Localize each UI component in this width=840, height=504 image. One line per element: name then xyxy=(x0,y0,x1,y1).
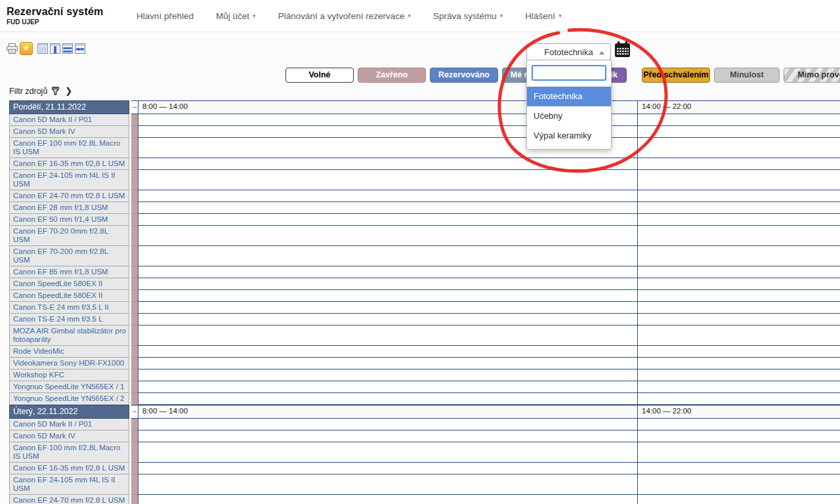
view-rows-icon[interactable] xyxy=(62,43,73,54)
resource-link[interactable]: Yongnuo SpeedLite YN565EX / 1 xyxy=(9,381,129,393)
category-search-input[interactable] xyxy=(532,65,606,81)
time-slot[interactable] xyxy=(138,266,637,278)
time-slot[interactable] xyxy=(138,381,637,393)
resource-link[interactable]: Rode VideoMic xyxy=(9,346,129,358)
dropdown-option[interactable]: Fototechnika xyxy=(527,87,611,106)
time-slot[interactable] xyxy=(637,170,840,190)
time-slot[interactable] xyxy=(138,190,637,202)
time-slot[interactable] xyxy=(138,442,637,463)
favorites-star-icon[interactable]: ★ xyxy=(20,42,33,55)
view-condensed-icon[interactable] xyxy=(75,43,85,54)
time-slot[interactable] xyxy=(637,158,840,170)
resource-link[interactable]: Canon EF 28 mm f/1,8 USM xyxy=(9,202,129,214)
time-slot[interactable] xyxy=(637,214,840,226)
resource-link[interactable]: Canon 5D Mark IV xyxy=(9,430,129,442)
time-slot[interactable] xyxy=(138,202,637,214)
time-slot[interactable] xyxy=(637,381,840,393)
resource-link[interactable]: Canon 5D Mark II / P01 xyxy=(9,114,129,126)
time-slot[interactable] xyxy=(637,290,840,302)
time-slot[interactable] xyxy=(637,326,840,346)
time-slot[interactable] xyxy=(637,346,840,358)
time-slot[interactable] xyxy=(637,393,840,405)
time-slot[interactable] xyxy=(637,226,840,246)
resource-link[interactable]: Canon EF 85 mm f/1,8 USM xyxy=(9,266,129,278)
time-slot[interactable] xyxy=(138,463,637,474)
resource-link[interactable]: Canon SpeedLite 580EX II xyxy=(9,278,129,290)
collapse-toggle[interactable]: – xyxy=(131,100,138,114)
print-icon[interactable] xyxy=(7,43,18,54)
time-slot[interactable] xyxy=(138,358,637,369)
resource-link[interactable]: Canon EF 16-35 mm f/2,8 L USM xyxy=(9,463,129,474)
time-slot[interactable] xyxy=(138,278,637,290)
time-slot[interactable] xyxy=(637,419,840,430)
time-slot[interactable] xyxy=(138,246,637,266)
resource-link[interactable]: Canon EF 100 mm f/2.8L Macro IS USM xyxy=(9,138,129,158)
resource-link[interactable]: Canon 5D Mark II / P01 xyxy=(9,419,129,430)
resource-link[interactable]: Canon EF 50 mm f/1,4 USM xyxy=(9,214,129,226)
resource-link[interactable]: Canon TS-E 24 mm f/3,5 L II xyxy=(9,302,129,314)
time-slot[interactable] xyxy=(138,369,637,381)
time-slot[interactable] xyxy=(138,419,637,430)
calendar-icon[interactable] xyxy=(614,41,631,58)
time-slot[interactable] xyxy=(138,214,637,226)
time-slot[interactable] xyxy=(138,170,637,190)
time-slot[interactable] xyxy=(138,326,637,346)
resource-link[interactable]: MOZA AIR Gimbal stabilizátor pro fotoapa… xyxy=(9,326,129,346)
view-column-icon[interactable] xyxy=(50,43,60,54)
time-slot[interactable] xyxy=(138,314,637,326)
time-slot[interactable] xyxy=(138,290,637,302)
resource-link[interactable]: Yongnuo SpeedLite YN565EX / 2 xyxy=(9,393,129,405)
time-slot[interactable] xyxy=(637,358,840,369)
nav-item[interactable]: Hlavní přehled ▾ xyxy=(136,11,194,21)
time-slot[interactable] xyxy=(637,138,840,158)
time-slot[interactable] xyxy=(138,226,637,246)
time-slot[interactable] xyxy=(637,266,840,278)
resource-link[interactable]: Canon EF 24-70 mm f/2.8 L USM xyxy=(9,495,129,504)
time-slot[interactable] xyxy=(637,278,840,290)
nav-item[interactable]: Plánování a vytvoření rezervace ▾ xyxy=(278,11,411,21)
filter-funnel-icon[interactable] xyxy=(51,87,60,95)
legend-button[interactable]: Mimo provoz xyxy=(784,68,840,83)
time-slot[interactable] xyxy=(138,430,637,442)
view-schedule-icon[interactable] xyxy=(37,43,48,54)
time-slot[interactable] xyxy=(138,474,637,495)
time-slot[interactable] xyxy=(138,302,637,314)
time-slot[interactable] xyxy=(138,393,637,405)
time-slot[interactable] xyxy=(637,463,840,474)
time-slot[interactable] xyxy=(138,158,637,170)
legend-button[interactable]: Zavřeno xyxy=(358,68,426,83)
collapse-toggle[interactable]: – xyxy=(131,405,138,419)
nav-item[interactable]: Hlášení ▾ xyxy=(525,11,561,21)
nav-item[interactable]: Můj účet ▾ xyxy=(216,11,256,21)
time-slot[interactable] xyxy=(637,314,840,326)
time-slot[interactable] xyxy=(637,190,840,202)
time-slot[interactable] xyxy=(637,246,840,266)
time-slot[interactable] xyxy=(637,430,840,442)
resource-link[interactable]: Canon EF 24-105 mm f4L IS II USM xyxy=(9,170,129,190)
legend-button[interactable]: Minulost xyxy=(714,68,780,83)
time-slot[interactable] xyxy=(637,474,840,495)
time-slot[interactable] xyxy=(637,302,840,314)
resource-link[interactable]: Canon EF 70-20 0mm f/2.8L USM xyxy=(9,226,129,246)
resource-link[interactable]: Canon TS-E 24 mm f/3.5 L xyxy=(9,314,129,326)
nav-item[interactable]: Správa systému ▾ xyxy=(433,11,503,21)
time-slot[interactable] xyxy=(637,495,840,504)
time-slot[interactable] xyxy=(637,202,840,214)
resource-link[interactable]: Canon EF 100 mm f/2.8L Macro IS USM xyxy=(9,442,129,463)
resource-link[interactable]: Canon EF 24-105 mm f4L IS II USM xyxy=(9,474,129,495)
resource-link[interactable]: Canon 5D Mark IV xyxy=(9,126,129,138)
resource-link[interactable]: Canon SpeedLite 580EX II xyxy=(9,290,129,302)
time-slot[interactable] xyxy=(637,126,840,138)
resource-link[interactable]: Workshop KFC xyxy=(9,369,129,381)
resource-link[interactable]: Canon EF 24-70 mm f/2.8 L USM xyxy=(9,190,129,202)
dropdown-option[interactable]: Učebny xyxy=(527,106,611,126)
time-slot[interactable] xyxy=(138,346,637,358)
legend-button[interactable]: Před schválením xyxy=(642,68,710,83)
time-slot[interactable] xyxy=(138,495,637,504)
time-slot[interactable] xyxy=(637,369,840,381)
dropdown-option[interactable]: Výpal keramiky xyxy=(527,126,611,146)
expand-chevron-icon[interactable]: ❯ xyxy=(65,86,72,96)
resource-link[interactable]: Canon EF 16-35 mm f/2,8 L USM xyxy=(9,158,129,170)
legend-button[interactable]: Volné xyxy=(285,68,354,83)
time-slot[interactable] xyxy=(637,442,840,463)
